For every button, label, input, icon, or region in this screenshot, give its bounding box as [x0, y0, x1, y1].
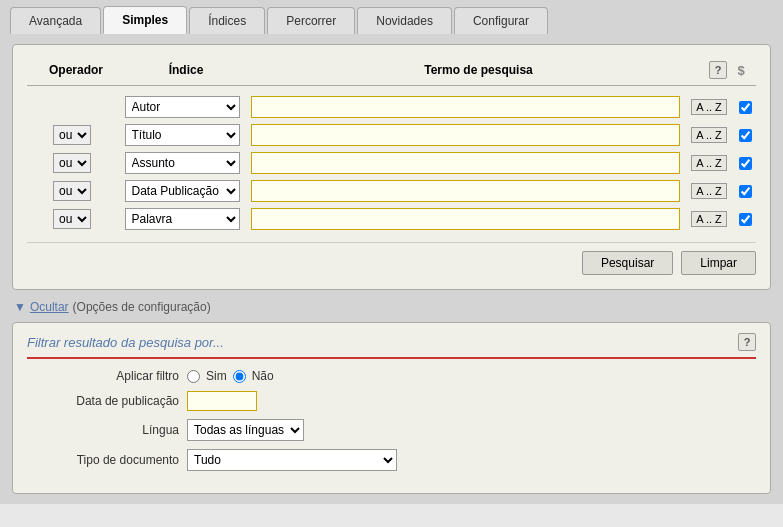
filter-doctype-label: Tipo de documento: [27, 453, 187, 467]
filter-row-apply: Aplicar filtro Sim Não: [27, 369, 756, 383]
search-header: Operador Índice Termo de pesquisa ? $: [27, 55, 756, 86]
az-button-2[interactable]: A .. Z: [691, 127, 727, 143]
az-button-5[interactable]: A .. Z: [691, 211, 727, 227]
az-cell-4: A .. Z: [684, 183, 734, 199]
help-icon[interactable]: ?: [709, 61, 727, 79]
filter-language-label: Língua: [27, 423, 187, 437]
filter-row-language: Língua Todas as línguas: [27, 419, 756, 441]
tabs-bar: Avançada Simples Índices Percorrer Novid…: [0, 0, 783, 34]
operator-cell-5: ou e não: [27, 209, 117, 229]
search-button[interactable]: Pesquisar: [582, 251, 673, 275]
filter-header: Filtrar resultado da pesquisa por... ?: [27, 333, 756, 359]
filter-doctype-control: Tudo: [187, 449, 397, 471]
index-select-3[interactable]: Assunto: [125, 152, 240, 174]
index-cell-4: Data Publicação: [117, 180, 247, 202]
filter-date-control: [187, 391, 257, 411]
search-row-4: ou e não Data Publicação A .. Z: [27, 180, 756, 202]
check-cell-5: [734, 213, 756, 226]
op-select-5[interactable]: ou e não: [53, 209, 91, 229]
filter-row-doctype: Tipo de documento Tudo: [27, 449, 756, 471]
dollar-icon[interactable]: $: [737, 63, 744, 78]
op-select-2[interactable]: ou e não: [53, 125, 91, 145]
ocultar-section: ▼ Ocultar (Opções de configuração): [12, 296, 771, 318]
triangle-icon: ▼: [14, 300, 26, 314]
az-cell-1: A .. Z: [684, 99, 734, 115]
header-indice: Índice: [121, 63, 251, 77]
check-4[interactable]: [739, 185, 752, 198]
tab-simples[interactable]: Simples: [103, 6, 187, 34]
term-cell-2: [247, 124, 684, 146]
az-button-3[interactable]: A .. Z: [691, 155, 727, 171]
az-button-4[interactable]: A .. Z: [691, 183, 727, 199]
operator-cell-4: ou e não: [27, 181, 117, 201]
term-cell-1: [247, 96, 684, 118]
header-termo: Termo de pesquisa: [251, 63, 706, 77]
term-cell-4: [247, 180, 684, 202]
filter-date-input[interactable]: [187, 391, 257, 411]
clear-button[interactable]: Limpar: [681, 251, 756, 275]
tab-configurar[interactable]: Configurar: [454, 7, 548, 34]
filter-language-control: Todas as línguas: [187, 419, 304, 441]
term-input-4[interactable]: [251, 180, 680, 202]
az-cell-2: A .. Z: [684, 127, 734, 143]
term-cell-3: [247, 152, 684, 174]
op-select-4[interactable]: ou e não: [53, 181, 91, 201]
search-row-3: ou e não Assunto A .. Z: [27, 152, 756, 174]
label-nao: Não: [252, 369, 274, 383]
main-content: Operador Índice Termo de pesquisa ? $ Au…: [0, 34, 783, 504]
check-cell-3: [734, 157, 756, 170]
tab-percorrer[interactable]: Percorrer: [267, 7, 355, 34]
ocultar-link[interactable]: Ocultar: [30, 300, 69, 314]
check-2[interactable]: [739, 129, 752, 142]
search-row-5: ou e não Palavra A .. Z: [27, 208, 756, 230]
label-sim: Sim: [206, 369, 227, 383]
search-box: Operador Índice Termo de pesquisa ? $ Au…: [12, 44, 771, 290]
index-select-1[interactable]: Autor: [125, 96, 240, 118]
check-3[interactable]: [739, 157, 752, 170]
term-input-1[interactable]: [251, 96, 680, 118]
az-cell-3: A .. Z: [684, 155, 734, 171]
ocultar-text: (Opções de configuração): [73, 300, 211, 314]
filter-box: Filtrar resultado da pesquisa por... ? A…: [12, 322, 771, 494]
check-5[interactable]: [739, 213, 752, 226]
term-input-5[interactable]: [251, 208, 680, 230]
operator-cell-3: ou e não: [27, 153, 117, 173]
filter-apply-control: Sim Não: [187, 369, 274, 383]
tab-avancada[interactable]: Avançada: [10, 7, 101, 34]
search-row-2: ou e não Título A .. Z: [27, 124, 756, 146]
filter-doctype-select[interactable]: Tudo: [187, 449, 397, 471]
filter-date-label: Data de publicação: [27, 394, 187, 408]
tab-novidades[interactable]: Novidades: [357, 7, 452, 34]
az-button-1[interactable]: A .. Z: [691, 99, 727, 115]
op-select-3[interactable]: ou e não: [53, 153, 91, 173]
check-1[interactable]: [739, 101, 752, 114]
term-input-2[interactable]: [251, 124, 680, 146]
radio-sim[interactable]: [187, 370, 200, 383]
index-select-5[interactable]: Palavra: [125, 208, 240, 230]
action-row: Pesquisar Limpar: [27, 242, 756, 275]
check-cell-4: [734, 185, 756, 198]
term-input-3[interactable]: [251, 152, 680, 174]
filter-row-date: Data de publicação: [27, 391, 756, 411]
search-row-1: Autor A .. Z: [27, 96, 756, 118]
term-cell-5: [247, 208, 684, 230]
index-cell-2: Título: [117, 124, 247, 146]
filter-language-select[interactable]: Todas as línguas: [187, 419, 304, 441]
operator-cell-2: ou e não: [27, 125, 117, 145]
tab-indices[interactable]: Índices: [189, 7, 265, 34]
header-operador: Operador: [31, 63, 121, 77]
radio-nao[interactable]: [233, 370, 246, 383]
filter-help-icon[interactable]: ?: [738, 333, 756, 351]
index-select-4[interactable]: Data Publicação: [125, 180, 240, 202]
index-cell-5: Palavra: [117, 208, 247, 230]
index-cell-3: Assunto: [117, 152, 247, 174]
index-select-2[interactable]: Título: [125, 124, 240, 146]
check-cell-1: [734, 101, 756, 114]
check-cell-2: [734, 129, 756, 142]
index-cell-1: Autor: [117, 96, 247, 118]
filter-apply-label: Aplicar filtro: [27, 369, 187, 383]
az-cell-5: A .. Z: [684, 211, 734, 227]
filter-title: Filtrar resultado da pesquisa por...: [27, 335, 224, 350]
